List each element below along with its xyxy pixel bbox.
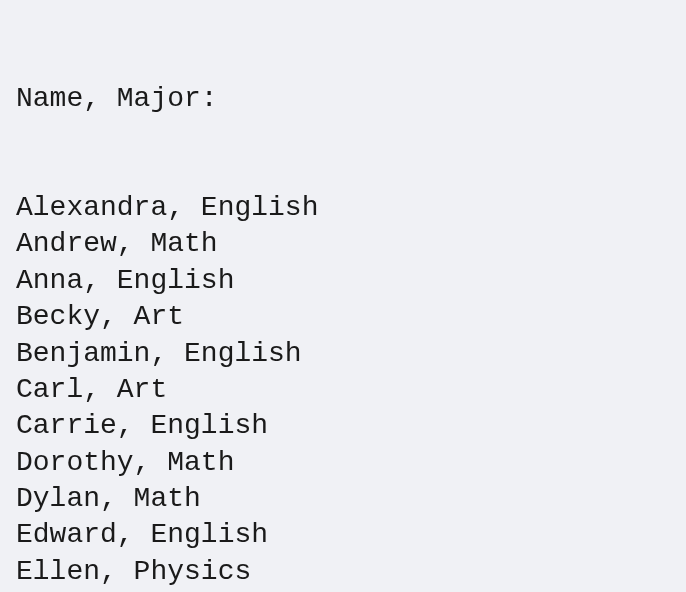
- list-item: Becky, Art: [16, 299, 670, 335]
- list-item: Andrew, Math: [16, 226, 670, 262]
- student-list: Name, Major: Alexandra, EnglishAndrew, M…: [16, 8, 670, 592]
- list-header: Name, Major:: [16, 81, 670, 117]
- list-item: Edward, English: [16, 517, 670, 553]
- list-body: Alexandra, EnglishAndrew, MathAnna, Engl…: [16, 190, 670, 592]
- list-item: Benjamin, English: [16, 336, 670, 372]
- list-item: Carrie, English: [16, 408, 670, 444]
- list-item: Dylan, Math: [16, 481, 670, 517]
- list-item: Alexandra, English: [16, 190, 670, 226]
- list-item: Ellen, Physics: [16, 554, 670, 590]
- list-item: Dorothy, Math: [16, 445, 670, 481]
- list-item: Anna, English: [16, 263, 670, 299]
- list-item: Carl, Art: [16, 372, 670, 408]
